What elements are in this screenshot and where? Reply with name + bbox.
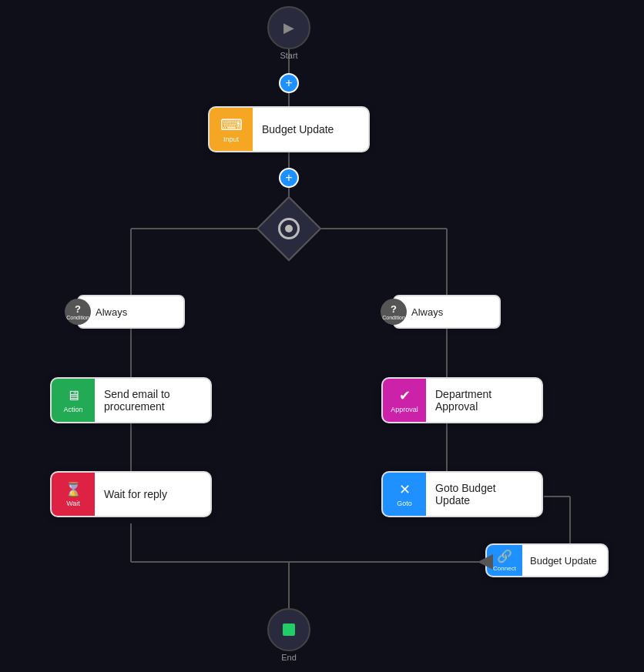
condition-left-node[interactable]: ? Condition Always (77, 295, 185, 329)
end-square-icon (283, 624, 295, 636)
svg-marker-19 (478, 554, 493, 570)
dept-approval-node[interactable]: ✔ Approval Department Approval (381, 377, 543, 423)
add-icon-1[interactable]: + (279, 73, 299, 93)
decision-diamond[interactable] (266, 206, 312, 252)
start-label: Start (280, 51, 297, 60)
start-play-icon: ▶ (283, 19, 294, 36)
wait-reply-label: Wait for reply (95, 488, 176, 500)
add-button-2[interactable]: + (279, 168, 299, 188)
add-button-1[interactable]: + (279, 73, 299, 93)
wait-reply-node[interactable]: ⌛ Wait Wait for reply (50, 471, 212, 517)
add-icon-2[interactable]: + (279, 168, 299, 188)
send-email-label: Send email to procurement (95, 388, 210, 413)
condition-right-node[interactable]: ? Condition Always (393, 295, 501, 329)
decision-eye-icon (278, 218, 300, 239)
arrow-to-connect (478, 554, 493, 570)
wait-icon: ⌛ Wait (52, 471, 95, 517)
input-icon: ⌨ Input (210, 106, 253, 152)
goto-budget-node[interactable]: ✕ Goto Goto Budget Update (381, 471, 543, 517)
connect-budget-node[interactable]: 🔗 Connect Budget Update (485, 543, 609, 577)
goto-budget-label: Goto Budget Update (426, 482, 542, 507)
action-icon: 🖥 Action (52, 377, 95, 423)
end-node[interactable]: End (267, 608, 310, 662)
end-label: End (281, 653, 297, 662)
budget-update-node[interactable]: ⌨ Input Budget Update (208, 106, 370, 152)
decision-pupil (285, 225, 293, 232)
approval-icon: ✔ Approval (383, 377, 426, 423)
condition-right-badge: ? Condition (381, 299, 407, 325)
connect-budget-label: Budget Update (522, 555, 605, 567)
workflow-canvas: ▶ Start + ⌨ Input Budget Update + (0, 0, 644, 672)
dept-approval-label: Department Approval (426, 388, 542, 413)
budget-update-label: Budget Update (253, 123, 343, 135)
start-node[interactable]: ▶ Start (267, 6, 310, 60)
condition-left-badge: ? Condition (65, 299, 91, 325)
send-email-node[interactable]: 🖥 Action Send email to procurement (50, 377, 212, 423)
goto-icon: ✕ Goto (383, 471, 426, 517)
